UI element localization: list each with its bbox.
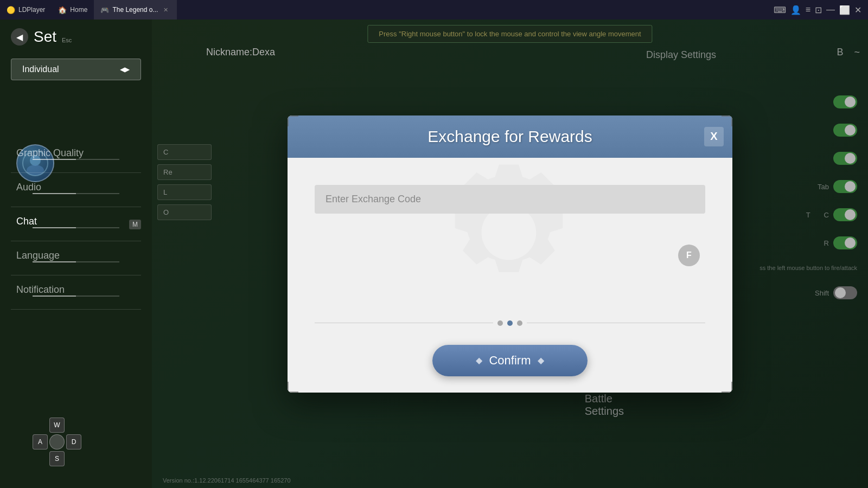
sidebar-item-audio[interactable]: Audio bbox=[0, 173, 152, 207]
modal-overlay[interactable]: Exchange for Rewards X F bbox=[152, 20, 868, 488]
modal-body: F bbox=[288, 158, 732, 310]
exchange-code-input[interactable] bbox=[315, 185, 705, 214]
audio-slider[interactable] bbox=[33, 193, 119, 194]
notification-label: Notification bbox=[16, 284, 65, 295]
gear-watermark bbox=[288, 158, 732, 310]
main-game-area: Press "Right mouse button" to lock the m… bbox=[152, 20, 868, 488]
close-btn[interactable]: ✕ bbox=[854, 5, 861, 15]
sidebar-menu: Graphic Quality Audio Chat M Language No… bbox=[0, 139, 152, 310]
back-button[interactable]: ◀ bbox=[11, 28, 28, 46]
f-key-button[interactable]: F bbox=[678, 245, 700, 266]
graphic-slider[interactable] bbox=[33, 159, 119, 160]
sidebar-item-chat[interactable]: Chat M bbox=[0, 207, 152, 241]
menu-icon[interactable]: ≡ bbox=[806, 5, 810, 15]
sidebar-header: ◀ Set Esc bbox=[0, 20, 152, 54]
tab-game[interactable]: 🎮 The Legend o... ✕ bbox=[94, 0, 177, 20]
title-bar: 🟡 LDPlayer 🏠 Home 🎮 The Legend o... ✕ ⌨ … bbox=[0, 0, 868, 20]
modal-close-button[interactable]: X bbox=[704, 127, 724, 146]
maximize-btn[interactable]: ⬜ bbox=[839, 5, 850, 15]
pagination-line-right bbox=[527, 323, 705, 323]
dot-3[interactable] bbox=[517, 320, 522, 326]
confirm-label: Confirm bbox=[489, 354, 531, 368]
s-key[interactable]: S bbox=[49, 451, 65, 466]
esc-label: Esc bbox=[62, 37, 72, 43]
dot-2[interactable] bbox=[507, 320, 513, 326]
notification-slider[interactable] bbox=[33, 296, 119, 297]
diamond-right-icon: ◆ bbox=[538, 355, 544, 365]
dot-1[interactable] bbox=[497, 320, 503, 326]
pagination-line-left bbox=[315, 323, 493, 323]
diamond-left-icon: ◆ bbox=[476, 355, 482, 365]
ldplayer-label: LDPlayer bbox=[18, 6, 45, 14]
confirm-button[interactable]: ◆ Confirm ◆ bbox=[432, 345, 587, 376]
screen-icon[interactable]: ⊡ bbox=[815, 5, 822, 15]
chat-key-badge: M bbox=[129, 220, 141, 229]
sidebar-item-language[interactable]: Language bbox=[0, 241, 152, 275]
chat-slider[interactable] bbox=[33, 227, 119, 228]
language-label: Language bbox=[16, 250, 60, 261]
game-label: The Legend o... bbox=[112, 6, 158, 14]
a-key[interactable]: A bbox=[33, 434, 48, 450]
graphic-quality-label: Graphic Quality bbox=[16, 147, 84, 158]
exchange-modal: Exchange for Rewards X F bbox=[288, 115, 732, 393]
pagination-dots bbox=[497, 320, 522, 326]
modal-header: Exchange for Rewards X bbox=[288, 115, 732, 158]
player-area bbox=[0, 85, 152, 133]
d-key[interactable]: D bbox=[66, 434, 81, 450]
sidebar-item-notification[interactable]: Notification bbox=[0, 275, 152, 310]
individual-button[interactable]: Individual ◀▶ bbox=[11, 59, 141, 80]
audio-label: Audio bbox=[16, 182, 41, 192]
modal-footer: ◆ Confirm ◆ bbox=[288, 337, 732, 393]
home-icon: 🏠 bbox=[58, 6, 67, 14]
language-slider[interactable] bbox=[33, 261, 119, 262]
tab-home[interactable]: 🏠 Home bbox=[52, 0, 94, 20]
keyboard-icon[interactable]: ⌨ bbox=[774, 5, 786, 15]
center-key[interactable] bbox=[49, 434, 65, 450]
tab-close-btn[interactable]: ✕ bbox=[161, 5, 170, 15]
home-label: Home bbox=[70, 6, 87, 14]
app-area: ◀ Set Esc Individual ◀▶ Graphic Quality bbox=[0, 20, 868, 488]
page-title: Set bbox=[34, 28, 56, 46]
ldplayer-icon: 🟡 bbox=[7, 6, 15, 14]
sidebar-item-graphic[interactable]: Graphic Quality bbox=[0, 139, 152, 173]
chat-label: Chat bbox=[16, 216, 37, 227]
game-icon: 🎮 bbox=[100, 6, 109, 14]
w-key[interactable]: W bbox=[49, 418, 65, 433]
individual-label: Individual bbox=[22, 65, 59, 74]
wasd-grid: W A D S bbox=[33, 418, 81, 466]
minimize-btn[interactable]: — bbox=[826, 5, 835, 15]
user-icon[interactable]: 👤 bbox=[790, 5, 801, 15]
tab-ldplayer[interactable]: 🟡 LDPlayer bbox=[0, 0, 52, 20]
pagination-area bbox=[288, 310, 732, 337]
modal-title: Exchange for Rewards bbox=[427, 127, 592, 146]
chevron-icon: ◀▶ bbox=[120, 66, 130, 73]
window-controls: ⌨ 👤 ≡ ⊡ — ⬜ ✕ bbox=[774, 5, 868, 15]
sidebar: ◀ Set Esc Individual ◀▶ Graphic Quality bbox=[0, 20, 152, 488]
